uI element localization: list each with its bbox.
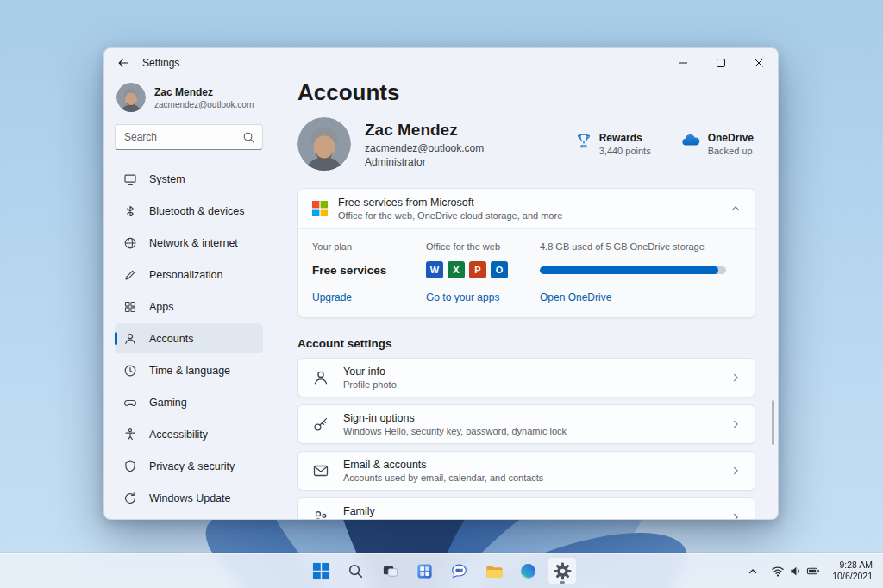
mail-icon xyxy=(312,462,329,479)
arrow-left-icon xyxy=(117,57,129,69)
task-view-button[interactable] xyxy=(375,557,404,585)
brush-icon xyxy=(123,268,137,282)
sidebar-item-label: Accounts xyxy=(149,333,193,345)
edge-icon xyxy=(519,562,537,580)
free-services-card: Free services from Microsoft Office for … xyxy=(297,188,755,318)
sidebar-item-personalization[interactable]: Personalization xyxy=(115,260,263,290)
sidebar-user[interactable]: Zac Mendez zacmendez@outlook.com xyxy=(115,79,263,124)
chat-icon xyxy=(450,562,468,580)
settings-window: Settings Zac Mendez zacmendez@outlook.co… xyxy=(103,47,779,520)
windows-logo-icon xyxy=(312,562,330,580)
update-arrows-icon xyxy=(123,491,137,505)
onedrive-storage-bar xyxy=(540,266,726,274)
office-app-icons: W X P O xyxy=(426,261,508,278)
sidebar-item-windows-update[interactable]: Windows Update xyxy=(115,483,263,513)
search-icon xyxy=(242,131,255,147)
task-view-icon xyxy=(381,562,399,580)
avatar xyxy=(297,117,351,171)
sidebar-item-gaming[interactable]: Gaming xyxy=(115,387,263,417)
monitor-icon xyxy=(123,172,137,186)
rewards-badge[interactable]: Rewards 3,440 points xyxy=(575,132,651,156)
maximize-icon xyxy=(717,59,725,67)
chat-button[interactable] xyxy=(444,557,473,585)
setting-row-family[interactable]: Family Manage your family group, edit ac… xyxy=(297,497,755,519)
hidden-icons-button[interactable] xyxy=(743,558,762,584)
clock-icon xyxy=(123,364,137,378)
search-input[interactable] xyxy=(116,125,262,149)
excel-icon[interactable]: X xyxy=(448,261,465,278)
powerpoint-icon[interactable]: P xyxy=(469,261,486,278)
file-explorer-button[interactable] xyxy=(479,557,508,585)
microsoft-logo xyxy=(312,201,328,216)
sidebar-item-label: Accessibility xyxy=(149,428,208,441)
start-button[interactable] xyxy=(306,557,335,585)
globe-icon xyxy=(123,236,137,250)
open-onedrive-link[interactable]: Open OneDrive xyxy=(540,291,741,303)
system-tray[interactable] xyxy=(766,558,825,584)
setting-row-sign-in-options[interactable]: Sign-in options Windows Hello, security … xyxy=(297,404,755,444)
profile-role: Administrator xyxy=(365,156,484,168)
outlook-icon[interactable]: O xyxy=(491,261,508,278)
chevron-right-icon xyxy=(730,466,741,476)
setting-subtitle: Windows Hello, security key, password, d… xyxy=(343,426,567,436)
sidebar-item-network-internet[interactable]: Network & internet xyxy=(115,228,263,258)
sidebar-item-time-language[interactable]: Time & language xyxy=(115,355,263,385)
minimize-button[interactable] xyxy=(664,48,702,78)
sidebar-item-system[interactable]: System xyxy=(115,164,263,194)
onedrive-label: OneDrive xyxy=(708,132,754,144)
gear-icon xyxy=(554,562,572,580)
sidebar-user-email: zacmendez@outlook.com xyxy=(154,100,254,109)
sidebar-item-accessibility[interactable]: Accessibility xyxy=(115,419,263,449)
setting-title: Your info xyxy=(343,366,397,378)
scrollbar-thumb[interactable] xyxy=(772,400,774,445)
window-title: Settings xyxy=(142,57,179,69)
clock-date: 10/6/2021 xyxy=(832,571,873,582)
sidebar-item-label: Gaming xyxy=(149,397,187,409)
key-icon xyxy=(312,416,329,433)
sidebar-item-bluetooth-devices[interactable]: Bluetooth & devices xyxy=(115,196,263,226)
shield-icon xyxy=(123,460,137,473)
sidebar-item-label: Time & language xyxy=(149,365,230,377)
account-settings-header: Account settings xyxy=(297,337,755,350)
titlebar: Settings xyxy=(104,48,778,78)
maximize-button[interactable] xyxy=(702,48,740,78)
wifi-icon xyxy=(771,565,785,578)
avatar xyxy=(116,83,146,112)
widgets-button[interactable] xyxy=(410,557,439,585)
taskbar-settings-button[interactable] xyxy=(548,557,577,585)
free-services-header[interactable]: Free services from Microsoft Office for … xyxy=(298,189,755,228)
sidebar-item-accounts[interactable]: Accounts xyxy=(115,323,263,353)
sidebar-item-apps[interactable]: Apps xyxy=(115,291,263,322)
go-to-apps-link[interactable]: Go to your apps xyxy=(426,291,540,303)
upgrade-link[interactable]: Upgrade xyxy=(312,291,426,303)
chevron-right-icon xyxy=(730,372,741,383)
office-label: Office for the web xyxy=(426,241,540,257)
sidebar-item-label: Privacy & security xyxy=(149,460,235,472)
cloud-icon xyxy=(680,132,701,147)
taskbar: 9:28 AM 10/6/2021 xyxy=(0,553,883,588)
word-icon[interactable]: W xyxy=(426,261,443,278)
plan-value: Free services xyxy=(312,264,386,277)
setting-row-email-accounts[interactable]: Email & accounts Accounts used by email,… xyxy=(297,451,755,491)
person-icon xyxy=(312,369,329,386)
taskbar-clock[interactable]: 9:28 AM 10/6/2021 xyxy=(829,560,880,582)
chevron-up-icon[interactable] xyxy=(730,203,741,214)
chevron-right-icon xyxy=(730,419,741,429)
back-button[interactable] xyxy=(110,52,137,74)
sidebar-item-label: Windows Update xyxy=(149,492,231,504)
apps-grid-icon xyxy=(123,300,137,314)
card-subtitle: Office for the web, OneDrive cloud stora… xyxy=(338,210,562,221)
setting-row-your-info[interactable]: Your info Profile photo xyxy=(297,358,755,397)
onedrive-badge[interactable]: OneDrive Backed up xyxy=(680,132,754,156)
caption-buttons xyxy=(664,48,778,78)
sidebar-item-label: Network & internet xyxy=(149,237,238,249)
controller-icon xyxy=(123,396,137,410)
sidebar-item-privacy-security[interactable]: Privacy & security xyxy=(115,451,263,481)
rewards-points: 3,440 points xyxy=(599,146,651,156)
setting-subtitle: Profile photo xyxy=(343,379,397,390)
close-button[interactable] xyxy=(740,48,778,78)
volume-icon xyxy=(789,565,802,578)
taskbar-search-button[interactable] xyxy=(341,557,370,585)
edge-button[interactable] xyxy=(513,557,542,585)
folder-icon xyxy=(485,562,503,580)
